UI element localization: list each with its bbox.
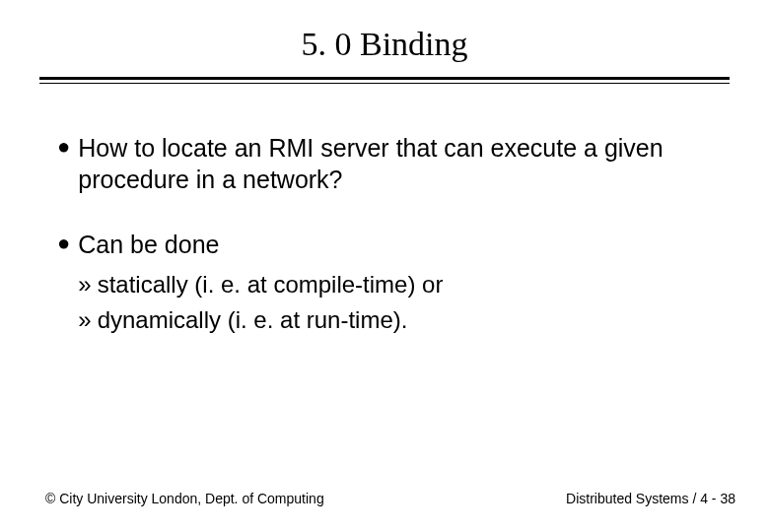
sub-bullet-icon: »	[78, 305, 91, 335]
sub-list: » statically (i. e. at compile-time) or …	[78, 270, 443, 335]
sub-item: » dynamically (i. e. at run-time).	[78, 305, 443, 335]
sub-bullet-icon: »	[78, 270, 91, 299]
bullet-dot-icon: ●	[57, 229, 70, 258]
sub-text: dynamically (i. e. at run-time).	[98, 305, 408, 335]
content-area: ● How to locate an RMI server that can e…	[0, 81, 769, 341]
bullet-body: Can be done » statically (i. e. at compi…	[78, 229, 443, 341]
slide: 5. 0 Binding ● How to locate an RMI serv…	[0, 0, 769, 532]
bullet-text: Can be done	[78, 231, 219, 258]
bullet-text: How to locate an RMI server that can exe…	[78, 132, 724, 195]
divider-thick	[39, 77, 730, 80]
bullet-item: ● How to locate an RMI server that can e…	[57, 132, 724, 195]
bullet-item: ● Can be done » statically (i. e. at com…	[57, 229, 724, 341]
slide-title: 5. 0 Binding	[0, 0, 769, 77]
footer-right: Distributed Systems / 4 - 38	[566, 491, 735, 506]
divider-thin	[39, 83, 730, 84]
title-divider	[39, 77, 730, 81]
sub-text: statically (i. e. at compile-time) or	[98, 270, 444, 299]
footer-left: © City University London, Dept. of Compu…	[45, 491, 324, 506]
footer: © City University London, Dept. of Compu…	[45, 491, 735, 506]
sub-item: » statically (i. e. at compile-time) or	[78, 270, 443, 299]
bullet-dot-icon: ●	[57, 132, 70, 162]
